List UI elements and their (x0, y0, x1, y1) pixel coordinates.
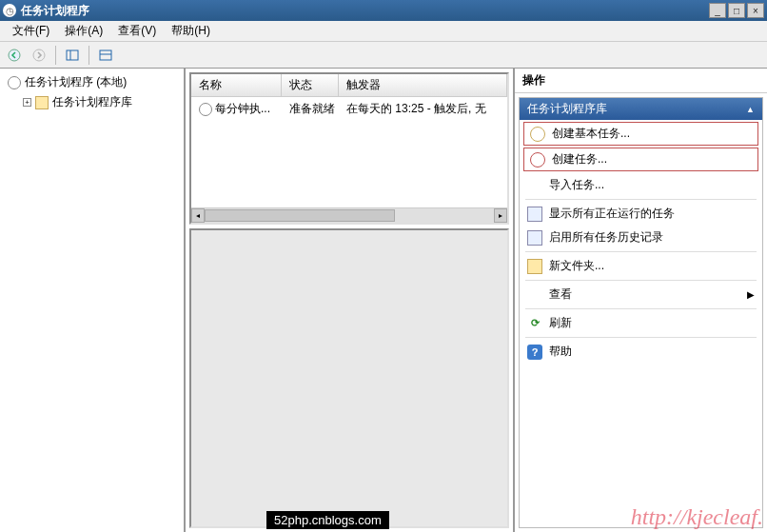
action-label: 启用所有任务历史记录 (549, 229, 663, 246)
clock-icon (8, 76, 21, 89)
row-trigger: 在每天的 13:25 - 触发后, 无 (339, 99, 507, 119)
actions-section-label: 任务计划程序库 (527, 101, 607, 117)
list-body: 每分钟执... 准备就绪 在每天的 13:25 - 触发后, 无 (191, 97, 507, 207)
action-refresh[interactable]: ⟳ 刷新 (520, 311, 762, 335)
action-new-folder[interactable]: 新文件夹... (520, 254, 762, 278)
window-title: 任务计划程序 (21, 3, 707, 19)
action-label: 导入任务... (549, 177, 604, 193)
chevron-right-icon: ▶ (747, 289, 755, 300)
col-name[interactable]: 名称 (191, 74, 282, 96)
col-status[interactable]: 状态 (282, 74, 339, 96)
row-status: 准备就绪 (282, 99, 339, 119)
table-row[interactable]: 每分钟执... 准备就绪 在每天的 13:25 - 触发后, 无 (191, 97, 507, 121)
divider (525, 199, 757, 200)
forward-button[interactable] (29, 45, 49, 66)
svg-rect-4 (100, 50, 111, 60)
actions-title: 操作 (515, 69, 767, 93)
actions-section-header[interactable]: 任务计划程序库 ▲ (520, 98, 762, 120)
action-show-running[interactable]: 显示所有正在运行的任务 (520, 202, 762, 226)
task-list: 名称 状态 触发器 每分钟执... 准备就绪 在每天的 13:25 - 触发后,… (189, 72, 509, 225)
menu-view[interactable]: 查看(V) (110, 21, 164, 41)
toolbar-separator (55, 46, 56, 65)
svg-rect-2 (67, 50, 78, 60)
actions-pane: 操作 任务计划程序库 ▲ 创建基本任务... 创建任务... 导入任务... 显 (515, 69, 767, 532)
expand-icon[interactable]: + (23, 98, 31, 107)
watermark-text: 52php.cnblogs.com (266, 511, 389, 529)
tree-library[interactable]: + 任务计划程序库 (4, 92, 180, 112)
action-create-basic-task[interactable]: 创建基本任务... (523, 122, 758, 146)
action-label: 查看 (549, 286, 572, 303)
row-name: 每分钟执... (215, 102, 270, 115)
toolbar (0, 42, 767, 69)
action-label: 创建基本任务... (552, 126, 630, 142)
clock-icon (530, 152, 545, 167)
minimize-button[interactable]: _ (709, 3, 726, 18)
maximize-button[interactable]: □ (728, 3, 745, 18)
col-trigger[interactable]: 触发器 (339, 74, 507, 96)
folder-icon (35, 96, 49, 109)
titlebar: ◷ 任务计划程序 _ □ × (0, 0, 767, 21)
back-button[interactable] (4, 45, 25, 66)
divider (525, 280, 757, 281)
action-view[interactable]: 查看 ▶ (520, 283, 762, 306)
menubar: 文件(F) 操作(A) 查看(V) 帮助(H) (0, 21, 767, 42)
folder-icon (527, 259, 542, 274)
action-label: 帮助 (549, 344, 572, 360)
menu-file[interactable]: 文件(F) (5, 21, 57, 41)
app-clock-icon: ◷ (3, 4, 16, 17)
horizontal-scrollbar[interactable]: ◂ ▸ (191, 207, 507, 223)
toolbar-panes-button[interactable] (62, 45, 83, 66)
toolbar-separator (88, 46, 89, 65)
svg-point-1 (33, 49, 45, 61)
close-button[interactable]: × (747, 3, 764, 18)
tree-pane: 任务计划程序 (本地) + 任务计划程序库 (0, 69, 186, 532)
tree-root-label: 任务计划程序 (本地) (25, 74, 127, 90)
collapse-icon: ▲ (746, 105, 755, 114)
body: 任务计划程序 (本地) + 任务计划程序库 名称 状态 触发器 每分钟执... … (0, 69, 767, 532)
action-create-task[interactable]: 创建任务... (523, 148, 758, 171)
toolbar-details-button[interactable] (95, 45, 116, 66)
blank-icon (527, 287, 542, 303)
action-help[interactable]: ? 帮助 (520, 340, 762, 364)
running-tasks-icon (527, 207, 542, 222)
menu-action[interactable]: 操作(A) (57, 21, 110, 41)
clock-icon (530, 127, 545, 142)
divider (525, 337, 757, 338)
center-pane: 名称 状态 触发器 每分钟执... 准备就绪 在每天的 13:25 - 触发后,… (186, 69, 515, 532)
action-import-task[interactable]: 导入任务... (520, 173, 762, 197)
scroll-thumb[interactable] (205, 209, 395, 222)
actions-body: 任务计划程序库 ▲ 创建基本任务... 创建任务... 导入任务... 显示所有… (519, 97, 763, 528)
action-label: 创建任务... (552, 151, 607, 167)
window-buttons: _ □ × (707, 3, 764, 18)
list-header: 名称 状态 触发器 (191, 74, 507, 97)
action-label: 显示所有正在运行的任务 (549, 206, 675, 222)
tree-library-label: 任务计划程序库 (52, 94, 132, 110)
menu-help[interactable]: 帮助(H) (164, 21, 218, 41)
clock-icon (199, 103, 212, 116)
history-icon (527, 230, 542, 246)
scroll-right-icon[interactable]: ▸ (494, 208, 507, 223)
tree-root[interactable]: 任务计划程序 (本地) (4, 72, 180, 92)
action-label: 新文件夹... (549, 258, 604, 274)
detail-pane (189, 228, 509, 528)
refresh-icon: ⟳ (527, 316, 542, 331)
divider (525, 251, 757, 252)
action-enable-history[interactable]: 启用所有任务历史记录 (520, 226, 762, 249)
divider (525, 308, 757, 309)
blank-icon (527, 178, 542, 193)
scroll-left-icon[interactable]: ◂ (191, 208, 205, 223)
svg-point-0 (9, 49, 20, 61)
help-icon: ? (527, 345, 542, 360)
action-label: 刷新 (549, 315, 572, 331)
